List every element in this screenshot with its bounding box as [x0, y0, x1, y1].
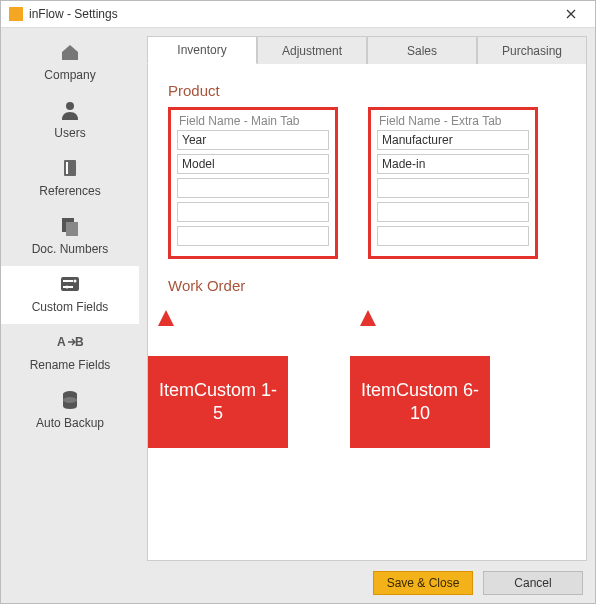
work-order-heading: Work Order [168, 277, 566, 294]
home-icon [56, 40, 84, 64]
sidebar: Company Users References 1 Doc. Numbers [1, 28, 139, 603]
callout-arrow-right [360, 310, 376, 326]
extra-tab-field-box: Field Name - Extra Tab [368, 107, 538, 259]
svg-point-10 [66, 286, 69, 289]
tab-label: Adjustment [282, 44, 342, 58]
sidebar-item-label: Company [44, 68, 95, 82]
work-order-section: Work Order [168, 277, 566, 294]
tab-label: Inventory [177, 43, 226, 57]
cancel-button[interactable]: Cancel [483, 571, 583, 595]
window-title: inFlow - Settings [29, 7, 555, 21]
user-icon [56, 98, 84, 122]
svg-point-9 [74, 280, 77, 283]
app-icon [9, 7, 23, 21]
sidebar-item-rename-fields[interactable]: AB Rename Fields [1, 324, 139, 382]
callout-arrow-left [158, 310, 174, 326]
tab-purchasing[interactable]: Purchasing [477, 36, 587, 64]
sidebar-item-custom-fields[interactable]: Custom Fields [1, 266, 139, 324]
sidebar-item-label: Auto Backup [36, 416, 104, 430]
main-tab-field-box: Field Name - Main Tab [168, 107, 338, 259]
sidebar-item-label: Custom Fields [32, 300, 109, 314]
book-icon [56, 156, 84, 180]
sliders-icon [56, 272, 84, 296]
extra-field-2[interactable] [377, 154, 529, 174]
svg-rect-5 [66, 222, 78, 236]
sidebar-item-doc-numbers[interactable]: 1 Doc. Numbers [1, 208, 139, 266]
sidebar-item-users[interactable]: Users [1, 92, 139, 150]
save-close-button[interactable]: Save & Close [373, 571, 473, 595]
svg-rect-7 [63, 280, 73, 282]
main-tab-box-label: Field Name - Main Tab [179, 114, 329, 128]
callout-left: ItemCustom 1-5 [148, 356, 288, 448]
rename-icon: AB [56, 330, 84, 354]
product-heading: Product [168, 82, 566, 99]
doc-numbers-icon: 1 [56, 214, 84, 238]
main-field-4[interactable] [177, 202, 329, 222]
tab-label: Purchasing [502, 44, 562, 58]
tab-bar: Inventory Adjustment Sales Purchasing [147, 36, 587, 64]
footer-buttons: Save & Close Cancel [373, 571, 583, 595]
sidebar-item-label: Doc. Numbers [32, 242, 109, 256]
inventory-panel: Product Field Name - Main Tab Field Name… [147, 63, 587, 561]
sidebar-item-auto-backup[interactable]: Auto Backup [1, 382, 139, 440]
svg-point-0 [66, 102, 74, 110]
database-icon [56, 388, 84, 412]
svg-rect-1 [64, 160, 76, 176]
settings-window: inFlow - Settings Company Users [0, 0, 596, 604]
window-body: Company Users References 1 Doc. Numbers [1, 27, 595, 603]
sidebar-item-label: Users [54, 126, 85, 140]
tab-inventory[interactable]: Inventory [147, 36, 257, 64]
extra-field-3[interactable] [377, 178, 529, 198]
callout-right-text: ItemCustom 6-10 [356, 379, 484, 426]
sidebar-item-label: References [39, 184, 100, 198]
tab-label: Sales [407, 44, 437, 58]
sidebar-item-label: Rename Fields [30, 358, 111, 372]
callout-left-text: ItemCustom 1-5 [154, 379, 282, 426]
titlebar: inFlow - Settings [1, 1, 595, 27]
save-close-label: Save & Close [387, 576, 460, 590]
content-area: Inventory Adjustment Sales Purchasing Pr… [139, 28, 595, 603]
sidebar-item-references[interactable]: References [1, 150, 139, 208]
main-field-2[interactable] [177, 154, 329, 174]
product-fields-row: Field Name - Main Tab Field Name - Extra… [168, 107, 566, 259]
extra-field-5[interactable] [377, 226, 529, 246]
tab-adjustment[interactable]: Adjustment [257, 36, 367, 64]
svg-text:A: A [57, 335, 66, 349]
main-field-3[interactable] [177, 178, 329, 198]
extra-field-1[interactable] [377, 130, 529, 150]
main-field-5[interactable] [177, 226, 329, 246]
sidebar-item-company[interactable]: Company [1, 34, 139, 92]
main-field-1[interactable] [177, 130, 329, 150]
svg-text:B: B [75, 335, 83, 349]
svg-rect-2 [66, 162, 68, 174]
cancel-label: Cancel [514, 576, 551, 590]
extra-field-4[interactable] [377, 202, 529, 222]
tab-sales[interactable]: Sales [367, 36, 477, 64]
extra-tab-box-label: Field Name - Extra Tab [379, 114, 529, 128]
close-button[interactable] [555, 2, 587, 26]
svg-rect-6 [61, 277, 79, 291]
svg-point-14 [63, 397, 77, 403]
callout-right: ItemCustom 6-10 [350, 356, 490, 448]
